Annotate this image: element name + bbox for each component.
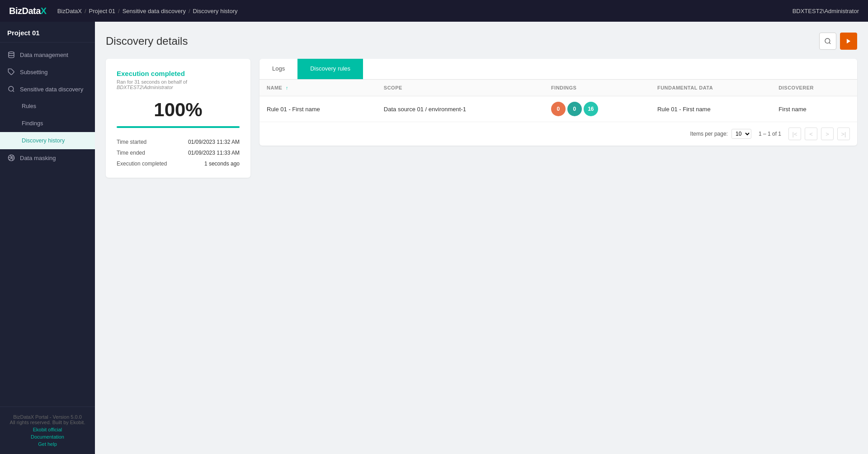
sidebar-item-discovery-history-label: Discovery history bbox=[22, 137, 65, 144]
execution-subtitle: Ran for 31 seconds on behalf of BDXTEST2… bbox=[117, 79, 240, 90]
cell-findings: 0 0 16 bbox=[544, 96, 650, 122]
page-title-actions bbox=[819, 33, 857, 50]
sidebar-item-rules-label: Rules bbox=[22, 103, 36, 109]
sidebar-item-discovery-history[interactable]: Discovery history bbox=[0, 132, 95, 149]
sidebar-item-data-management[interactable]: Data management bbox=[0, 46, 95, 63]
footer-link-ekobit[interactable]: Ekobit official bbox=[7, 427, 88, 432]
items-per-page-select[interactable]: 10 25 50 bbox=[731, 129, 751, 139]
detail-value-completed: 1 seconds ago bbox=[204, 161, 240, 167]
cell-name: Rule 01 - First name bbox=[259, 96, 377, 122]
first-page-button[interactable]: |< bbox=[788, 128, 801, 140]
detail-row-completed: Execution completed 1 seconds ago bbox=[117, 161, 240, 167]
table-header: NAME ↑ SCOPE FINDINGS FUNDAMENTAL DATA D… bbox=[259, 80, 857, 96]
puzzle-icon bbox=[7, 68, 15, 76]
badge-orange: 0 bbox=[551, 102, 566, 116]
svg-point-5 bbox=[825, 38, 830, 43]
database-icon bbox=[7, 51, 15, 59]
main-layout: Project 01 Data management Subsetting Se… bbox=[0, 22, 868, 454]
tab-logs[interactable]: Logs bbox=[259, 59, 297, 79]
topnav: BizDataX BizDataX / Project 01 / Sensiti… bbox=[0, 0, 868, 22]
breadcrumb: BizDataX / Project 01 / Sensitive data d… bbox=[57, 8, 793, 14]
page-title-row: Discovery details bbox=[106, 33, 857, 50]
col-header-name: NAME ↑ bbox=[259, 80, 377, 96]
cell-fundamental-data: Rule 01 - First name bbox=[650, 96, 771, 122]
footer-link-docs[interactable]: Documentation bbox=[7, 434, 88, 440]
discovery-layout: Execution completed Ran for 31 seconds o… bbox=[106, 59, 857, 178]
svg-point-2 bbox=[9, 86, 14, 91]
sidebar-item-data-management-label: Data management bbox=[20, 52, 68, 58]
sidebar-item-subsetting-label: Subsetting bbox=[20, 69, 47, 76]
detail-label-ended: Time ended bbox=[117, 150, 145, 156]
run-button[interactable] bbox=[840, 33, 857, 50]
table-row: Rule 01 - First name Data source 01 / en… bbox=[259, 96, 857, 122]
logo-x: X bbox=[41, 6, 47, 16]
sidebar-item-sensitive-data-discovery[interactable]: Sensitive data discovery bbox=[0, 80, 95, 98]
col-header-fundamental-data: FUNDAMENTAL DATA bbox=[650, 80, 771, 96]
right-panel: Logs Discovery rules NAME ↑ SCOPE FINDIN… bbox=[259, 59, 857, 146]
prev-page-button[interactable]: < bbox=[805, 128, 817, 140]
footer-version: BizDataX Portal - Version 5.0.0 bbox=[7, 414, 88, 420]
svg-marker-7 bbox=[847, 39, 850, 44]
findings-badges: 0 0 16 bbox=[551, 102, 643, 116]
detail-value-ended: 01/09/2023 11:33 AM bbox=[188, 150, 240, 156]
footer-link-help[interactable]: Get help bbox=[7, 441, 88, 447]
sidebar-item-data-masking[interactable]: Data masking bbox=[0, 149, 95, 166]
svg-line-6 bbox=[829, 43, 830, 44]
sidebar-item-subsetting[interactable]: Subsetting bbox=[0, 63, 95, 80]
breadcrumb-project[interactable]: Project 01 bbox=[89, 8, 116, 14]
svg-line-3 bbox=[13, 90, 14, 92]
sidebar-project-title: Project 01 bbox=[0, 22, 95, 43]
rules-icon bbox=[9, 102, 17, 110]
breadcrumb-sensitive[interactable]: Sensitive data discovery bbox=[123, 8, 186, 14]
col-header-findings: FINDINGS bbox=[544, 80, 650, 96]
mask-icon bbox=[7, 154, 15, 162]
next-page-button[interactable]: > bbox=[821, 128, 834, 140]
sidebar-item-findings-label: Findings bbox=[22, 120, 43, 127]
items-per-page-label: Items per page: bbox=[690, 131, 728, 137]
badge-teal: 0 bbox=[567, 102, 582, 116]
progress-percent: 100% bbox=[117, 99, 240, 121]
svg-point-0 bbox=[9, 52, 14, 53]
footer-rights: All rights reserved. Built by Ekobit. bbox=[7, 420, 88, 425]
pagination: Items per page: 10 25 50 1 – 1 of 1 |< <… bbox=[259, 122, 857, 146]
tabs: Logs Discovery rules bbox=[259, 59, 857, 80]
findings-icon bbox=[9, 119, 17, 128]
table-header-row: NAME ↑ SCOPE FINDINGS FUNDAMENTAL DATA D… bbox=[259, 80, 857, 96]
sidebar-item-rules[interactable]: Rules bbox=[0, 98, 95, 115]
detail-label-started: Time started bbox=[117, 139, 146, 145]
col-header-scope: SCOPE bbox=[377, 80, 544, 96]
table-body: Rule 01 - First name Data source 01 / en… bbox=[259, 96, 857, 122]
detail-row-started: Time started 01/09/2023 11:32 AM bbox=[117, 139, 240, 145]
breadcrumb-history: Discovery history bbox=[193, 8, 238, 14]
sidebar-item-findings[interactable]: Findings bbox=[0, 115, 95, 132]
topnav-user: BDXTEST2\Administrator bbox=[793, 8, 859, 14]
page-title-text: Discovery details bbox=[106, 35, 188, 47]
content-area: Discovery details Execution completed Ra… bbox=[95, 22, 868, 454]
sidebar: Project 01 Data management Subsetting Se… bbox=[0, 22, 95, 454]
progress-bar-container bbox=[117, 126, 240, 128]
detail-value-started: 01/09/2023 11:32 AM bbox=[188, 139, 240, 145]
page-range: 1 – 1 of 1 bbox=[759, 131, 781, 137]
cell-discoverer: First name bbox=[771, 96, 857, 122]
detail-row-ended: Time ended 01/09/2023 11:33 AM bbox=[117, 150, 240, 156]
breadcrumb-bizdatax[interactable]: BizDataX bbox=[57, 8, 82, 14]
breadcrumb-sep-2: / bbox=[118, 8, 120, 14]
sidebar-footer: BizDataX Portal - Version 5.0.0 All righ… bbox=[0, 407, 95, 454]
search-button[interactable] bbox=[819, 33, 836, 50]
history-icon bbox=[9, 137, 17, 145]
execution-status: Execution completed bbox=[117, 70, 240, 77]
sidebar-item-sensitive-label: Sensitive data discovery bbox=[20, 86, 83, 93]
col-header-discoverer: DISCOVERER bbox=[771, 80, 857, 96]
execution-details: Time started 01/09/2023 11:32 AM Time en… bbox=[117, 139, 240, 167]
sidebar-nav: Data management Subsetting Sensitive dat… bbox=[0, 43, 95, 407]
last-page-button[interactable]: >| bbox=[837, 128, 850, 140]
logo-text: BizDataX bbox=[9, 6, 47, 16]
progress-bar-fill bbox=[117, 126, 240, 128]
logo: BizDataX bbox=[9, 6, 47, 16]
discovery-rules-table: NAME ↑ SCOPE FINDINGS FUNDAMENTAL DATA D… bbox=[259, 80, 857, 122]
badge-teal-light: 16 bbox=[584, 102, 598, 116]
breadcrumb-sep-3: / bbox=[189, 8, 190, 14]
sort-icon[interactable]: ↑ bbox=[286, 85, 288, 90]
breadcrumb-sep-1: / bbox=[85, 8, 86, 14]
tab-discovery-rules[interactable]: Discovery rules bbox=[297, 59, 363, 79]
